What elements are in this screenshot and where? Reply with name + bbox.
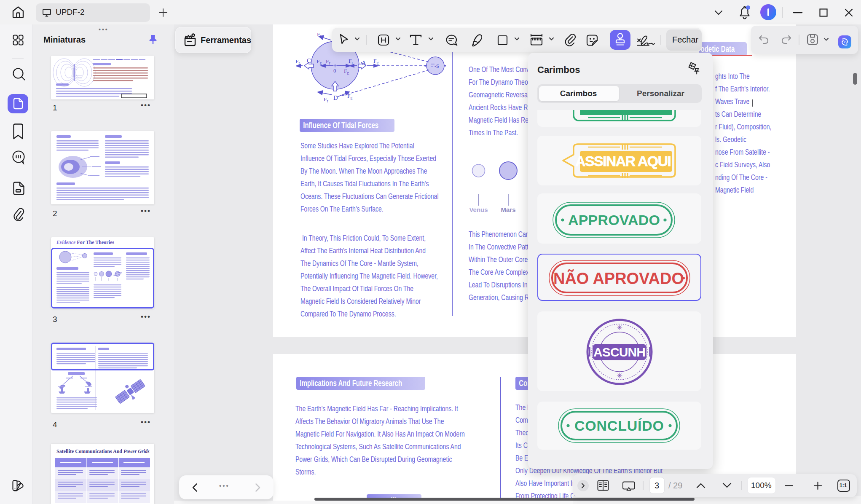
svg-text:-S: -S — [435, 63, 439, 69]
svg-text:CONCLUÍDO: CONCLUÍDO — [574, 418, 664, 434]
svg-text:NÃO APROVADO: NÃO APROVADO — [553, 269, 684, 287]
svg-text:Fr: Fr — [317, 31, 322, 38]
svg-text:Mars: Mars — [501, 206, 515, 213]
svg-text:Fr: Fr — [324, 96, 329, 103]
svg-text:ASCUNH: ASCUNH — [593, 345, 646, 359]
svg-text:Satellite Communications And P: Satellite Communications And Power Grids — [56, 448, 150, 454]
svg-text:✳: ✳ — [617, 372, 622, 380]
svg-text:Fr: Fr — [295, 58, 300, 65]
svg-text:Evidence For The Theories: Evidence For The Theories — [56, 239, 114, 245]
svg-text:C: C — [307, 57, 311, 64]
svg-text:Fg: Fg — [373, 58, 379, 65]
svg-text:ASSINAR AQUI: ASSINAR AQUI — [575, 153, 671, 169]
svg-text:APPROVADO: APPROVADO — [568, 212, 660, 228]
svg-text:0: 0 — [333, 67, 336, 74]
svg-text:A: A — [362, 59, 366, 66]
svg-text:Venus: Venus — [469, 206, 488, 213]
svg-text:D: D — [333, 94, 338, 101]
svg-text:✳: ✳ — [617, 324, 622, 332]
svg-text:Fg: Fg — [347, 93, 353, 100]
